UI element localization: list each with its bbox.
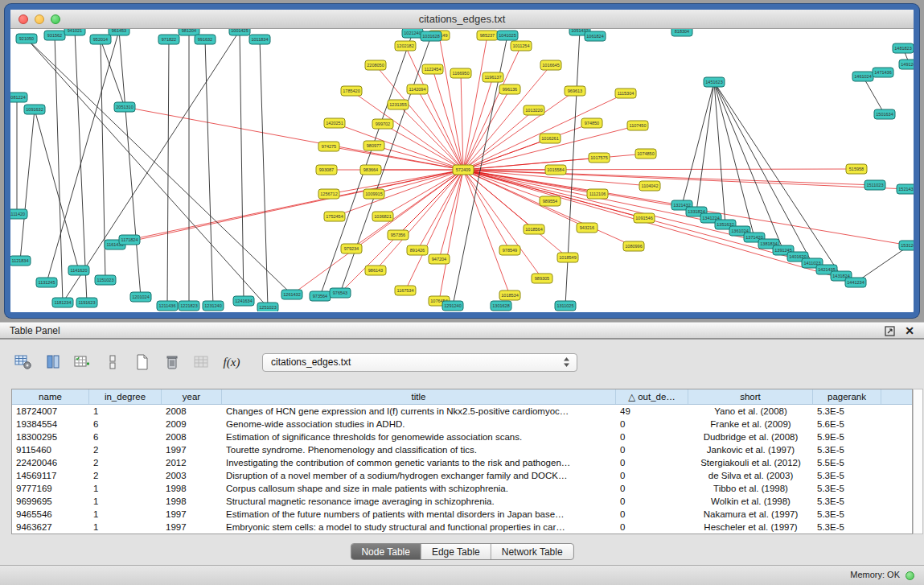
graph-edge[interactable] [463,170,510,250]
graph-node[interactable]: 989554 [540,196,561,206]
tab-network-table[interactable]: Network Table [491,544,573,559]
table-row[interactable]: 2242004622012Investigating the contribut… [12,456,912,469]
graph-edge[interactable] [20,109,35,261]
delete-table-button[interactable] [160,351,184,373]
graph-edge[interactable] [565,31,580,306]
function-builder-button[interactable]: f(x) [220,351,244,373]
graph-node[interactable]: 1167534 [395,286,416,295]
graph-node[interactable]: 1107450 [627,121,648,130]
graph-node[interactable]: 1142094 [407,84,428,94]
graph-node[interactable]: 1221823 [179,301,199,311]
table-row[interactable]: 977716911998Corpus callosum shape and si… [12,482,912,495]
graph-edge[interactable] [119,31,141,297]
graph-node[interactable]: 980977 [363,141,384,150]
graph-node[interactable]: 2208050 [365,60,386,70]
column-header[interactable]: short [688,389,813,404]
graph-node[interactable]: 1031628 [421,31,441,41]
graph-node[interactable]: 952014 [90,35,111,44]
graph-node[interactable]: 1131245 [36,278,57,287]
table-source-dropdown[interactable]: citations_edges.txt [262,353,577,372]
graph-node[interactable]: 983664 [360,165,381,175]
graph-edge[interactable] [856,245,910,282]
graph-node[interactable]: 989305 [532,274,552,283]
graph-edge[interactable] [461,73,463,170]
graph-edge[interactable] [463,170,534,229]
network-graph[interactable]: 5724091173149120218222080501785420142025… [10,29,914,311]
graph-edge[interactable] [55,35,63,303]
graph-node[interactable]: 1196137 [483,72,503,82]
graph-node[interactable]: 1191623 [76,298,97,307]
graph-node[interactable]: 1091632 [24,105,45,114]
graph-edge[interactable] [417,170,463,250]
table-settings-button[interactable] [11,351,35,373]
graph-node[interactable]: 974850 [581,118,602,128]
graph-node[interactable]: 1061824 [585,31,606,41]
graph-node[interactable]: 1122454 [422,64,443,74]
graph-edge[interactable] [463,169,856,170]
graph-node[interactable]: 1441234 [845,278,866,287]
graph-edge[interactable] [863,76,885,114]
graph-node[interactable]: 991632 [195,35,216,44]
graph-edge[interactable] [463,170,634,246]
graph-node[interactable]: 969613 [565,86,585,96]
edit-table-button[interactable] [71,351,95,373]
graph-node[interactable]: 1016261 [540,134,561,143]
graph-edge[interactable] [27,39,292,295]
graph-edge[interactable] [417,89,463,170]
graph-node[interactable]: 1151023 [95,275,116,285]
graph-node[interactable]: 1521432 [897,184,914,194]
graph-node[interactable]: 1141620 [68,266,89,275]
graph-node[interactable]: 986143 [365,266,386,275]
graph-node[interactable]: 971822 [158,35,179,44]
table-vertical-scrollbar[interactable] [913,389,923,534]
zoom-window-button[interactable] [51,14,60,24]
table-row[interactable]: 946554611997Estimation of the future num… [12,508,912,521]
graph-node[interactable]: 1011834 [249,35,270,44]
graph-edge[interactable] [63,31,240,303]
graph-node[interactable]: 818304 [671,29,692,36]
graph-node[interactable]: 1013220 [524,105,544,115]
graph-edge[interactable] [374,170,463,194]
graph-node[interactable]: 1211436 [157,301,178,311]
column-header[interactable]: △ out_de… [616,389,688,404]
graph-node[interactable]: 1752454 [324,212,345,221]
graph-node[interactable]: 921050 [16,34,37,43]
tab-edge-table[interactable]: Edge Table [421,544,491,559]
table-row[interactable]: 1938455462009Genome-wide association stu… [12,418,912,431]
graph-node[interactable]: 1121834 [10,256,31,266]
tab-node-table[interactable]: Node Table [351,544,421,559]
graph-node[interactable]: 1018534 [499,290,520,300]
graph-node[interactable]: 1074850 [635,149,656,159]
graph-node[interactable]: 974275 [318,142,339,151]
column-header[interactable]: in_degree [89,389,162,404]
graph-node[interactable]: 1241634 [233,296,254,306]
graph-edge[interactable] [205,39,213,306]
graph-edge[interactable] [463,77,493,170]
graph-node[interactable]: 1018549 [557,253,578,262]
graph-node[interactable]: 1181234 [52,298,73,307]
graph-edge[interactable] [125,107,463,170]
table-row[interactable]: 969969511998Structural magnetic resonanc… [12,495,912,508]
minimize-window-button[interactable] [35,14,44,24]
graph-node[interactable]: 1301628 [491,301,511,311]
graph-node[interactable]: 973564 [310,291,331,301]
graph-edge[interactable] [463,46,521,170]
graph-node[interactable]: 1111420 [10,209,27,219]
graph-node[interactable]: 1202182 [395,41,416,51]
graph-node[interactable]: 1017575 [589,153,610,163]
graph-node[interactable]: 979234 [341,244,362,253]
graph-node[interactable]: 996136 [499,84,520,94]
graph-node[interactable]: 1166950 [450,68,471,78]
graph-node[interactable]: 891426 [407,245,428,255]
graph-edge[interactable] [696,82,714,212]
window-titlebar[interactable]: citations_edges.txt [10,10,914,29]
graph-node[interactable]: 1231240 [203,301,224,311]
graph-node[interactable]: 1531245 [899,241,914,250]
graph-node[interactable]: 1115304 [615,89,636,98]
graph-node[interactable]: 1785420 [341,86,362,96]
graph-node[interactable]: 572409 [453,165,474,175]
graph-node[interactable]: 2051310 [114,102,135,112]
column-header[interactable]: pagerank [813,389,881,404]
graph-node[interactable]: 1251023 [257,303,278,311]
graph-node[interactable]: 985237 [477,31,498,40]
